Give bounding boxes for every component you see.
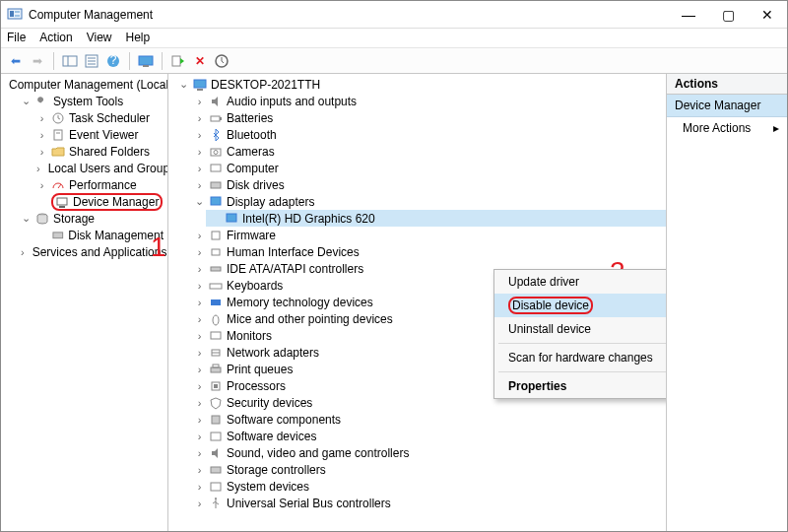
expand-icon[interactable]: › — [36, 129, 47, 141]
svg-text:?: ? — [110, 53, 117, 67]
tree-local-users[interactable]: ›Local Users and Groups — [33, 160, 167, 176]
dev-sound[interactable]: ›Sound, video and game controllers — [190, 444, 666, 461]
ctx-properties[interactable]: Properties — [494, 374, 667, 398]
expand-icon[interactable]: › — [194, 397, 205, 409]
expand-icon[interactable]: › — [194, 464, 205, 476]
speaker-icon — [209, 446, 223, 460]
expand-icon[interactable]: › — [36, 163, 40, 174]
tool-delete-icon[interactable]: ✕ — [191, 52, 209, 70]
toolbar: ⬅ ➡ ? ✕ — [1, 48, 787, 74]
svg-point-33 — [214, 150, 218, 154]
expand-icon[interactable]: › — [21, 246, 25, 258]
tool-show-hide-button[interactable] — [61, 52, 79, 70]
tool-monitor-button[interactable] — [137, 52, 155, 70]
device-label: Keyboards — [227, 279, 283, 293]
nav-fwd-button[interactable]: ➡ — [29, 52, 46, 70]
separator — [162, 52, 163, 70]
tree-event-viewer[interactable]: ›Event Viewer — [33, 126, 167, 143]
expand-icon[interactable]: › — [194, 380, 205, 392]
device-label: Memory technology devices — [227, 296, 373, 309]
memory-icon — [209, 296, 223, 309]
expand-icon[interactable]: › — [194, 163, 205, 174]
expand-icon[interactable]: › — [36, 112, 47, 124]
tree-task-scheduler[interactable]: ›Task Scheduler — [33, 109, 167, 126]
dev-audio[interactable]: ›Audio inputs and outputs — [190, 93, 666, 109]
tree-services-apps[interactable]: ›Services and Applications — [17, 243, 167, 260]
close-button[interactable]: ✕ — [748, 1, 787, 29]
menu-action[interactable]: Action — [39, 31, 72, 45]
dev-system-devices[interactable]: ›System devices — [190, 478, 666, 495]
expand-icon[interactable]: › — [194, 146, 205, 158]
expand-icon[interactable]: › — [194, 313, 205, 325]
dev-disk-drives[interactable]: ›Disk drives — [190, 176, 666, 193]
dev-storage-ctrl[interactable]: ›Storage controllers — [190, 461, 666, 478]
tree-storage[interactable]: ⌄ Storage — [17, 210, 167, 227]
dev-display-adapters[interactable]: ⌄Display adapters — [190, 193, 666, 210]
expand-icon[interactable]: › — [194, 297, 205, 308]
dev-softcomp[interactable]: ›Software components — [190, 411, 666, 428]
expand-icon[interactable]: › — [194, 364, 205, 375]
device-root[interactable]: ⌄ DESKTOP-2021TTH — [174, 76, 666, 93]
ctx-scan-hardware[interactable]: Scan for hardware changes — [494, 346, 667, 369]
tool-update-button[interactable] — [213, 52, 230, 70]
collapse-icon[interactable]: ⌄ — [194, 195, 205, 208]
collapse-icon[interactable]: ⌄ — [21, 95, 32, 107]
expand-icon[interactable]: › — [194, 263, 205, 275]
tree-label: Local Users and Groups — [48, 162, 168, 175]
expand-icon[interactable]: › — [194, 431, 205, 442]
ctx-update-driver[interactable]: Update driver — [494, 270, 667, 294]
tree-disk-mgmt[interactable]: Disk Management — [33, 227, 167, 243]
menu-file[interactable]: File — [7, 31, 26, 45]
dev-softdev[interactable]: ›Software devices — [190, 428, 666, 444]
hid-icon — [209, 245, 223, 259]
device-label: System devices — [227, 480, 309, 494]
collapse-icon[interactable]: ⌄ — [21, 212, 32, 225]
actions-selection[interactable]: Device Manager — [667, 95, 787, 117]
dev-batteries[interactable]: ›Batteries — [190, 109, 666, 126]
ctx-uninstall-device[interactable]: Uninstall device — [494, 317, 667, 341]
maximize-button[interactable]: ▢ — [708, 1, 748, 29]
dev-computer[interactable]: ›Computer — [190, 160, 666, 176]
dev-bluetooth[interactable]: ›Bluetooth — [190, 126, 666, 143]
tree-system-tools[interactable]: ⌄ System Tools — [17, 93, 167, 109]
expand-icon[interactable]: › — [36, 146, 47, 158]
dev-usb[interactable]: ›Universal Serial Bus controllers — [190, 495, 666, 511]
dev-firmware[interactable]: ›Firmware — [190, 227, 666, 243]
expand-icon[interactable]: › — [194, 330, 205, 342]
expand-icon[interactable]: › — [194, 179, 205, 191]
collapse-icon[interactable]: ⌄ — [178, 78, 189, 91]
expand-icon[interactable]: › — [194, 481, 205, 493]
tool-scan-button[interactable] — [169, 52, 187, 70]
tree-device-manager[interactable]: Device Manager — [33, 193, 167, 210]
dev-intel-hd-620[interactable]: Intel(R) HD Graphics 620 — [206, 210, 666, 227]
book-icon — [51, 128, 65, 142]
expand-icon[interactable]: › — [194, 498, 205, 509]
expand-icon[interactable]: › — [194, 414, 205, 426]
ctx-disable-device[interactable]: Disable device — [494, 294, 667, 317]
tool-help-button[interactable]: ? — [104, 52, 122, 70]
expand-icon[interactable]: › — [194, 96, 205, 107]
expand-icon[interactable]: › — [194, 280, 205, 292]
actions-more[interactable]: More Actions ▸ — [667, 117, 787, 139]
svg-rect-2 — [15, 11, 20, 13]
expand-icon[interactable]: › — [36, 179, 47, 191]
expand-icon[interactable]: › — [194, 129, 205, 141]
menu-view[interactable]: View — [87, 31, 112, 45]
menu-help[interactable]: Help — [126, 31, 151, 45]
tree-performance[interactable]: ›Performance — [33, 176, 167, 193]
expand-icon[interactable]: › — [194, 112, 205, 124]
printer-icon — [209, 363, 223, 376]
tree-root-compmgmt[interactable]: Computer Management (Local — [1, 76, 167, 93]
dev-cameras[interactable]: ›Cameras — [190, 143, 666, 160]
expand-icon[interactable]: › — [194, 246, 205, 258]
expand-icon[interactable]: › — [194, 347, 205, 359]
device-icon — [55, 195, 69, 209]
tool-properties-button[interactable] — [83, 52, 100, 70]
expand-icon[interactable]: › — [194, 230, 205, 241]
expand-icon[interactable]: › — [194, 447, 205, 459]
nav-back-button[interactable]: ⬅ — [7, 52, 25, 70]
dev-hid[interactable]: ›Human Interface Devices — [190, 243, 666, 260]
minimize-button[interactable]: — — [669, 1, 708, 29]
tree-shared-folders[interactable]: ›Shared Folders — [33, 143, 167, 160]
tree-label: Storage — [53, 212, 95, 226]
